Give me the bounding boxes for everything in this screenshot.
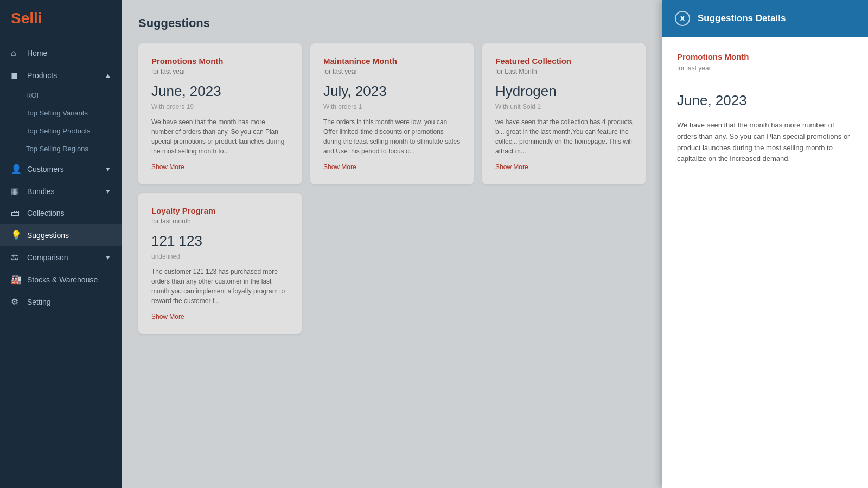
suggestion-card-promotions-month: Promotions Month for last year June, 202… [138,43,302,184]
suggestions-icon: 💡 [11,230,22,240]
sidebar-item-label: Stocks & Warehouse [27,275,98,284]
home-icon: ⌂ [11,48,22,58]
sidebar-item-label: Customers [27,165,64,174]
collections-icon: 🗃 [11,208,22,218]
cards-grid: Promotions Month for last year June, 202… [138,43,646,334]
show-more-link[interactable]: Show More [151,313,184,320]
logo-accent: i [38,10,42,27]
sidebar-item-home[interactable]: ⌂ Home [0,42,122,64]
sidebar-subitem-roi[interactable]: ROI [0,86,122,104]
products-icon: ◼ [11,70,22,80]
suggestion-card-loyalty-program: Loyalty Program for last month 121 123 u… [138,193,302,334]
sidebar-item-collections[interactable]: 🗃 Collections [0,202,122,224]
sidebar-item-label: Comparison [27,253,68,262]
chevron-down-icon: ▼ [105,188,111,195]
chevron-down-icon: ▼ [105,165,111,173]
suggestion-card-featured-collection: Featured Collection for Last Month Hydro… [482,43,646,184]
show-more-link[interactable]: Show More [151,163,184,171]
sidebar-subitem-label: Top Selling Variants [26,109,88,117]
card-description: The orders in this month were low. you c… [323,117,461,156]
logo-main: Sell [11,10,38,27]
card-subtitle: for Last Month [495,68,633,75]
sidebar-item-suggestions[interactable]: 💡 Suggestions [0,224,122,246]
detail-description: We have seen that the month has more num… [677,120,853,165]
card-subtitle: for last year [323,68,461,75]
card-value: July, 2023 [323,83,461,100]
detail-header: X Suggestions Details [662,0,868,37]
detail-value: June, 2023 [677,92,853,109]
card-title: Promotions Month [151,56,289,66]
detail-section-subtitle: for last year [677,65,853,72]
sidebar-item-label: Products [27,71,57,80]
logo: Selli [0,0,122,37]
card-value: June, 2023 [151,83,289,100]
logo-text: Selli [11,10,42,27]
card-title: Featured Collection [495,56,633,66]
sidebar-item-customers[interactable]: 👤 Customers ▼ [0,158,122,180]
sidebar-subitem-label: Top Selling Products [26,127,91,135]
detail-body: Promotions Month for last year June, 202… [662,37,868,488]
stocks-icon: 🏭 [11,274,22,285]
card-meta: With unit Sold 1 [495,103,633,111]
sidebar-item-stocks-warehouse[interactable]: 🏭 Stocks & Warehouse [0,268,122,291]
detail-header-title: Suggestions Details [698,13,786,24]
chevron-up-icon: ▲ [105,72,111,79]
detail-divider [677,81,853,81]
card-description: The customer 121 123 has purchased more … [151,267,289,306]
sidebar-item-label: Setting [27,298,51,306]
sidebar-item-comparison[interactable]: ⚖ Comparison ▼ [0,246,122,268]
detail-section-title: Promotions Month [677,52,853,61]
chevron-down-icon: ▼ [105,254,111,261]
sidebar-item-products[interactable]: ◼ Products ▲ [0,64,122,86]
page-title: Suggestions [138,16,646,30]
sidebar-item-setting[interactable]: ⚙ Setting [0,291,122,313]
customers-icon: 👤 [11,164,22,174]
sidebar-item-label: Bundles [27,187,55,196]
card-description: We have seen that the month has more num… [151,117,289,156]
sidebar-nav: ⌂ Home ◼ Products ▲ ROI Top Selling Vari… [0,37,122,488]
card-meta: With orders 19 [151,103,289,111]
sidebar-item-label: Collections [27,209,64,217]
sidebar-item-bundles[interactable]: ▦ Bundles ▼ [0,180,122,202]
close-button[interactable]: X [675,11,690,26]
show-more-link[interactable]: Show More [495,163,528,171]
card-subtitle: for last year [151,68,289,75]
sidebar: Selli ⌂ Home ◼ Products ▲ ROI Top Sellin… [0,0,122,488]
main-content: Suggestions Promotions Month for last ye… [122,0,662,488]
card-title: Loyalty Program [151,206,289,215]
detail-panel: X Suggestions Details Promotions Month f… [662,0,868,488]
bundles-icon: ▦ [11,186,22,196]
card-subtitle: for last month [151,217,289,225]
setting-icon: ⚙ [11,297,22,307]
suggestion-card-maintenance-month: Maintanince Month for last year July, 20… [310,43,474,184]
comparison-icon: ⚖ [11,252,22,262]
sidebar-item-label: Home [27,49,47,57]
card-title: Maintanince Month [323,56,461,66]
card-meta: undefined [151,253,289,260]
sidebar-item-label: Suggestions [27,231,69,240]
show-more-link[interactable]: Show More [323,163,356,171]
sidebar-subitem-top-selling-regions[interactable]: Top Selling Regions [0,140,122,158]
card-value: 121 123 [151,233,289,249]
sidebar-subitem-label: Top Selling Regions [26,145,88,153]
card-value: Hydrogen [495,83,633,100]
card-description: we have seen that the collection has 4 p… [495,117,633,156]
sidebar-subitem-top-selling-products[interactable]: Top Selling Products [0,122,122,140]
card-meta: With orders 1 [323,103,461,111]
sidebar-subitem-label: ROI [26,91,39,99]
sidebar-subitem-top-selling-variants[interactable]: Top Selling Variants [0,104,122,122]
